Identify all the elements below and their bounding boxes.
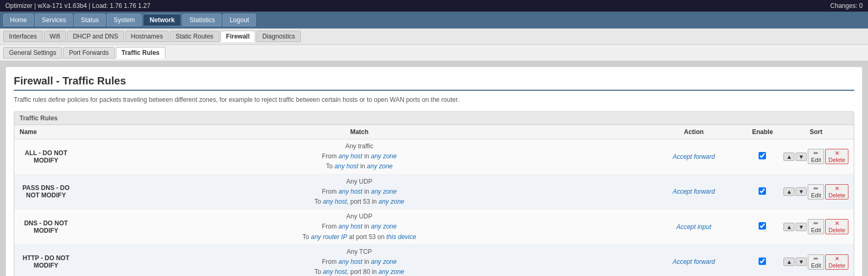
app-title: Optimizer | wXa-171 v1.63b4 | Load: 1.76… — [5, 2, 150, 9]
rule-enable — [746, 174, 778, 210]
sort-up-button[interactable]: ▲ — [783, 258, 795, 266]
rule-action: Accept forward — [641, 244, 746, 276]
enable-checkbox[interactable] — [759, 152, 766, 159]
nav-interfaces[interactable]: Interfaces — [3, 31, 43, 42]
enable-checkbox[interactable] — [759, 258, 766, 265]
nav-diagnostics[interactable]: Diagnostics — [256, 31, 301, 42]
edit-button[interactable]: ✏ Edit — [808, 184, 824, 199]
delete-button[interactable]: ✕ Delete — [825, 149, 848, 164]
col-enable: Enable — [746, 125, 778, 139]
match-link[interactable]: any zone — [371, 223, 397, 230]
nav-dhcp-dns[interactable]: DHCP and DNS — [67, 31, 124, 42]
edit-button[interactable]: ✏ Edit — [808, 149, 824, 164]
sort-down-button[interactable]: ▼ — [796, 223, 807, 231]
enable-checkbox[interactable] — [759, 187, 766, 195]
secondary-nav: Interfaces Wifi DHCP and DNS Hostnames S… — [0, 28, 868, 45]
match-link[interactable]: any host — [338, 258, 362, 265]
match-link[interactable]: any zone — [367, 163, 393, 170]
traffic-rules-table: Name Match Action Enable Sort ALL - DO N… — [14, 125, 854, 276]
match-link[interactable]: any host — [338, 223, 362, 230]
edit-button[interactable]: ✏ Edit — [808, 254, 824, 270]
nav-traffic-rules[interactable]: Traffic Rules — [116, 47, 165, 59]
nav-wifi[interactable]: Wifi — [44, 31, 66, 42]
match-link[interactable]: any host — [338, 153, 362, 160]
match-link[interactable]: any host — [323, 268, 347, 275]
action-link[interactable]: Accept forward — [672, 153, 715, 160]
sort-up-button[interactable]: ▲ — [783, 187, 795, 196]
rule-name: ALL - DO NOT MODIFY — [14, 139, 78, 175]
sort-down-button[interactable]: ▼ — [796, 187, 807, 196]
match-link[interactable]: this device — [386, 233, 417, 241]
tertiary-nav: General Settings Port Forwards Traffic R… — [0, 45, 868, 61]
match-link[interactable]: any zone — [371, 153, 397, 160]
rule-enable — [746, 210, 778, 245]
rule-name: HTTP - DO NOT MODIFY — [14, 244, 78, 276]
col-match: Match — [78, 125, 641, 139]
nav-network[interactable]: Network — [143, 14, 181, 26]
primary-nav: Home Services Status System Network Stat… — [0, 12, 868, 28]
col-name: Name — [14, 125, 78, 139]
match-link[interactable]: any zone — [371, 188, 397, 195]
rule-match: Any traffic From any host in any zone To… — [78, 139, 641, 175]
table-row: PASS DNS - DO NOT MODIFY Any UDP From an… — [14, 174, 854, 210]
rule-name: DNS - DO NOT MODIFY — [14, 210, 78, 245]
nav-system[interactable]: System — [107, 14, 142, 26]
table-row: HTTP - DO NOT MODIFY Any TCP From any ho… — [14, 244, 854, 276]
nav-services[interactable]: Services — [35, 14, 73, 26]
match-link[interactable]: any zone — [371, 258, 397, 265]
match-link[interactable]: any host — [338, 188, 362, 195]
nav-port-forwards[interactable]: Port Forwards — [63, 47, 114, 59]
sort-down-button[interactable]: ▼ — [796, 153, 807, 161]
sort-up-button[interactable]: ▲ — [783, 223, 795, 231]
page-title: Firewall - Traffic Rules — [14, 75, 854, 91]
rule-action: Accept input — [641, 210, 746, 245]
match-link[interactable]: any router IP — [311, 233, 347, 241]
nav-status[interactable]: Status — [74, 14, 106, 26]
nav-firewall[interactable]: Firewall — [220, 31, 256, 42]
nav-logout[interactable]: Logout — [223, 14, 256, 26]
traffic-rules-section: Traffic Rules Name Match Action Enable S… — [14, 111, 854, 276]
edit-button[interactable]: ✏ Edit — [808, 219, 824, 234]
sort-down-button[interactable]: ▼ — [796, 258, 807, 266]
table-row: ALL - DO NOT MODIFY Any traffic From any… — [14, 139, 854, 175]
col-sort: Sort — [778, 125, 854, 139]
nav-hostnames[interactable]: Hostnames — [125, 31, 169, 42]
changes-badge: Changes: 0 — [830, 2, 863, 9]
top-bar: Optimizer | wXa-171 v1.63b4 | Load: 1.76… — [0, 0, 868, 12]
page-description: Traffic rules define policies for packet… — [14, 96, 854, 103]
match-link[interactable]: any zone — [378, 268, 404, 275]
rule-sort: ▲ ▼ ✏ Edit ✕ Delete — [778, 210, 854, 245]
rule-sort: ▲ ▼ ✏ Edit ✕ Delete — [778, 244, 854, 276]
table-row: DNS - DO NOT MODIFY Any UDP From any hos… — [14, 210, 854, 245]
nav-static-routes[interactable]: Static Routes — [170, 31, 219, 42]
rule-sort: ▲ ▼ ✏ Edit ✕ Delete — [778, 174, 854, 210]
rule-match: Any UDP From any host in any zone To any… — [78, 210, 641, 245]
match-link[interactable]: any host — [323, 198, 347, 205]
match-link[interactable]: any zone — [378, 198, 404, 205]
delete-button[interactable]: ✕ Delete — [825, 254, 848, 270]
action-link[interactable]: Accept forward — [672, 188, 715, 195]
rule-action: Accept forward — [641, 139, 746, 175]
col-action: Action — [641, 125, 746, 139]
sort-up-button[interactable]: ▲ — [783, 153, 795, 161]
delete-button[interactable]: ✕ Delete — [825, 219, 848, 234]
rule-name: PASS DNS - DO NOT MODIFY — [14, 174, 78, 210]
rule-enable — [746, 139, 778, 175]
enable-checkbox[interactable] — [759, 222, 766, 230]
match-link[interactable]: any host — [335, 163, 358, 170]
rule-action: Accept forward — [641, 174, 746, 210]
nav-home[interactable]: Home — [3, 14, 34, 26]
main-content: Firewall - Traffic Rules Traffic rules d… — [5, 66, 863, 276]
action-link[interactable]: Accept input — [676, 223, 711, 231]
nav-general-settings[interactable]: General Settings — [3, 47, 62, 59]
rule-match: Any UDP From any host in any zone To any… — [78, 174, 641, 210]
section-header: Traffic Rules — [14, 112, 854, 125]
nav-statistics[interactable]: Statistics — [182, 14, 221, 26]
rule-sort: ▲ ▼ ✏ Edit ✕ Delete — [778, 139, 854, 175]
action-link[interactable]: Accept forward — [672, 258, 715, 265]
rule-match: Any TCP From any host in any zone To any… — [78, 244, 641, 276]
rule-enable — [746, 244, 778, 276]
delete-button[interactable]: ✕ Delete — [825, 184, 848, 199]
